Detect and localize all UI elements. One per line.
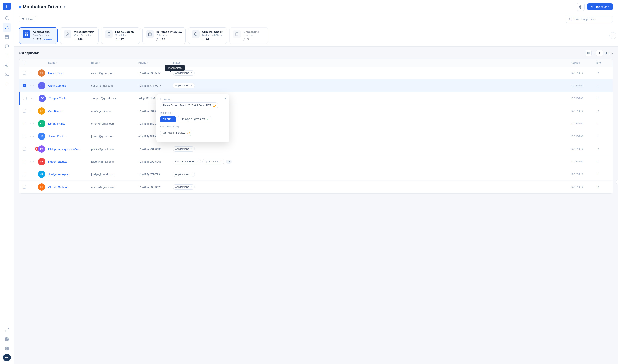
row-7-checkbox[interactable] bbox=[23, 147, 26, 151]
row-7-name[interactable]: Phillip Passaquindici Arc... bbox=[48, 147, 91, 151]
tab-applications-subtitle: Data Collection bbox=[33, 34, 52, 37]
row-7-email: phillip@gmail.com bbox=[91, 147, 138, 151]
svg-point-33 bbox=[67, 33, 68, 34]
row-9-checkbox[interactable] bbox=[23, 173, 26, 176]
row-1-more[interactable]: ··· bbox=[30, 71, 38, 75]
popup-interview-chip: Phone Screen Jan 1, 2020 at 1:00pm PST bbox=[160, 102, 219, 108]
sidebar-item-settings[interactable] bbox=[2, 335, 11, 343]
job-status-dot bbox=[19, 6, 21, 8]
user-avatar[interactable]: RS bbox=[3, 354, 11, 362]
svg-rect-50 bbox=[163, 132, 165, 134]
row-8-name[interactable]: Ruben Baptista bbox=[48, 160, 91, 163]
boost-job-button[interactable]: Boost Job bbox=[587, 3, 613, 10]
pipeline-tabs: Applications Data Collection 323 Preview… bbox=[14, 25, 618, 47]
pagination-of: of bbox=[605, 52, 607, 55]
pipeline-tab-video-interview[interactable]: Video Interview Video Recording 240 bbox=[60, 27, 99, 44]
sidebar-item-search[interactable] bbox=[2, 14, 11, 22]
row-2-more[interactable]: ··· bbox=[30, 84, 38, 88]
sidebar-item-chat[interactable] bbox=[2, 42, 11, 51]
pipeline-tab-onboarding[interactable]: Onboarding Learning 5 bbox=[229, 27, 268, 44]
row-6-name[interactable]: Jaylon Kenter bbox=[48, 135, 91, 138]
row-9-status-badge[interactable]: Applications ✓ bbox=[173, 172, 195, 177]
row-9-name[interactable]: Jordyn Korsgaard bbox=[48, 173, 91, 176]
row-8-checkbox[interactable] bbox=[23, 160, 26, 163]
row-9-avatar: JK bbox=[38, 171, 45, 178]
row-10-more[interactable]: ··· bbox=[30, 185, 38, 189]
svg-marker-49 bbox=[165, 132, 166, 133]
popup-doc1-chip[interactable]: I9 Form › bbox=[160, 116, 176, 122]
svg-marker-23 bbox=[591, 6, 593, 8]
svg-point-44 bbox=[244, 39, 245, 39]
row-5-name[interactable]: Emery Philips bbox=[48, 122, 91, 125]
popup-video-chip[interactable]: Video Interview bbox=[160, 130, 193, 136]
filters-button[interactable]: Filters bbox=[19, 16, 36, 22]
row-2-checkbox[interactable]: ✓ bbox=[23, 84, 26, 87]
job-dropdown-btn[interactable]: ▾ bbox=[64, 5, 65, 9]
row-4-more[interactable]: ··· bbox=[30, 109, 38, 113]
tab-in-person-subtitle: Scheduler bbox=[156, 34, 182, 37]
row-10-name[interactable]: Alfredo Culhane bbox=[48, 185, 91, 189]
popup-doc2-chip[interactable]: Employee Agreement ✓ bbox=[178, 116, 211, 122]
row-7-status-badge[interactable]: Applications ✓ bbox=[173, 146, 195, 152]
pipeline-tab-in-person[interactable]: In Person Interview Scheduler 132 bbox=[142, 27, 186, 44]
sidebar-item-list[interactable] bbox=[2, 52, 11, 60]
row-8-applied: 12/12/2020 bbox=[571, 160, 596, 163]
row-8-phone: +1 (415) 902-5766 bbox=[138, 160, 173, 163]
row-2-status-badge[interactable]: Applications ↗ bbox=[173, 83, 195, 88]
row-1-name[interactable]: Robert Dan bbox=[48, 71, 91, 75]
svg-rect-46 bbox=[589, 52, 590, 53]
row-3-more[interactable]: ··· bbox=[31, 96, 39, 100]
sidebar-item-globe[interactable] bbox=[2, 344, 11, 353]
row-6-more[interactable]: ··· bbox=[30, 134, 38, 138]
row-1-checkbox[interactable] bbox=[23, 71, 26, 75]
page-number-input[interactable] bbox=[596, 50, 603, 56]
pipeline-next-arrow[interactable]: › bbox=[609, 32, 616, 39]
sidebar-item-person[interactable] bbox=[2, 23, 11, 32]
svg-rect-29 bbox=[27, 33, 28, 34]
row-9-more[interactable]: ··· bbox=[30, 172, 38, 176]
row-5-more[interactable]: ··· bbox=[30, 122, 38, 126]
row-4-checkbox[interactable] bbox=[23, 109, 26, 113]
incomplete-tooltip: Incomplete bbox=[165, 65, 185, 71]
grid-view-btn[interactable] bbox=[586, 50, 592, 56]
table-row: ··· RD Robert Dan robert@gmail.com +1 (4… bbox=[19, 67, 613, 79]
row-6-checkbox[interactable] bbox=[23, 135, 26, 138]
settings-button[interactable] bbox=[577, 3, 585, 11]
pagination-next[interactable]: › bbox=[612, 52, 613, 55]
row-3-checkbox[interactable] bbox=[23, 97, 26, 100]
app-logo[interactable]: f bbox=[3, 2, 11, 10]
tab-video-content: Video Interview Video Recording 240 bbox=[74, 30, 94, 41]
popup-close-btn[interactable]: ✕ bbox=[224, 97, 227, 100]
popup-documents-label: Documents bbox=[160, 111, 226, 114]
sidebar-item-lightning[interactable] bbox=[2, 61, 11, 70]
tab-applications-title: Applications bbox=[33, 30, 52, 33]
svg-rect-38 bbox=[149, 33, 152, 36]
row-2-avatar: CC bbox=[38, 82, 45, 89]
row-10-checkbox[interactable] bbox=[23, 185, 26, 189]
tab-onboarding-count: 5 bbox=[243, 38, 259, 41]
row-2-name[interactable]: Carla Culhane bbox=[48, 84, 91, 87]
select-all-checkbox[interactable] bbox=[23, 61, 26, 64]
row-8-more[interactable]: ··· bbox=[30, 160, 38, 164]
tab-criminal-title: Criminal Check bbox=[202, 30, 222, 33]
search-box[interactable]: Search applicants bbox=[566, 16, 613, 23]
row-5-checkbox[interactable] bbox=[23, 122, 26, 125]
pipeline-tab-applications[interactable]: Applications Data Collection 323 Preview bbox=[19, 27, 57, 44]
row-8-status-badge-1[interactable]: Onboarding Form ↗ bbox=[173, 159, 201, 164]
search-placeholder: Search applicants bbox=[574, 18, 596, 21]
row-7-notification: 1 bbox=[35, 147, 38, 151]
pipeline-tab-criminal-check[interactable]: Criminal Check Background Check 99 bbox=[188, 27, 227, 44]
pipeline-tab-phone-screen[interactable]: Phone Screen Scheduler 197 bbox=[101, 27, 140, 44]
row-10-status-badge[interactable]: Applications ✓ bbox=[173, 184, 195, 190]
sidebar-item-expand[interactable] bbox=[2, 325, 11, 334]
svg-line-17 bbox=[7, 328, 8, 329]
row-1-status-badge[interactable]: Applications ↗ bbox=[173, 70, 195, 76]
row-8-status-badge-2[interactable]: Applications ✓ bbox=[202, 159, 224, 164]
sidebar-item-people[interactable] bbox=[2, 70, 11, 79]
row-3-name[interactable]: Cooper Curtis bbox=[49, 97, 92, 100]
row-4-name[interactable]: Ann Rosser bbox=[48, 109, 91, 113]
row-7-more[interactable]: ··· bbox=[30, 147, 34, 151]
sidebar-item-chart[interactable] bbox=[2, 80, 11, 88]
sidebar-item-calendar[interactable] bbox=[2, 33, 11, 41]
row-6-avatar: JK bbox=[38, 133, 45, 140]
